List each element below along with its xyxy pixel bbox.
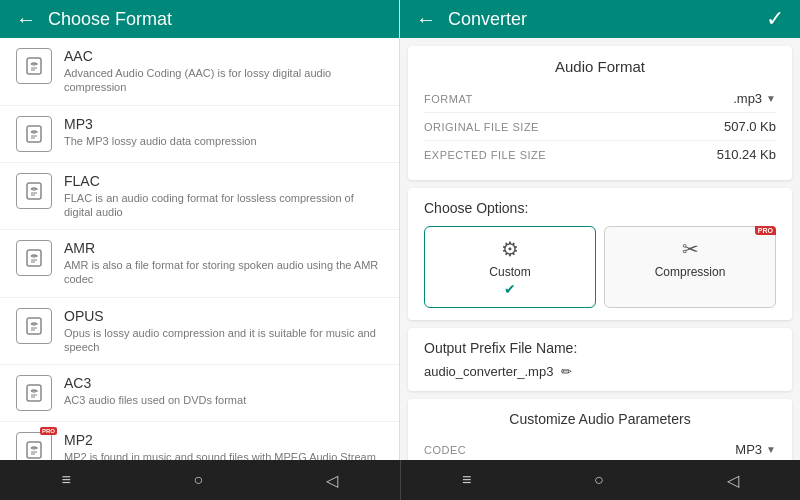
audio-format-title: Audio Format [424, 58, 776, 75]
option-label-custom: Custom [489, 265, 530, 279]
format-list: AAC Advanced Audio Coding (AAC) is for l… [0, 38, 399, 460]
output-prefix-section: Output Prefix File Name: audio_converter… [408, 328, 792, 391]
format-desc-mp3: The MP3 lossy audio data compression [64, 134, 383, 148]
format-item-mp3[interactable]: MP3 The MP3 lossy audio data compression [0, 106, 399, 163]
svg-rect-3 [27, 126, 41, 142]
svg-rect-9 [27, 250, 41, 266]
format-info-flac: FLAC FLAC is an audio coding format for … [64, 173, 383, 220]
audio-format-row-original-file-size: ORIGINAL FILE SIZE 507.0 Kb [424, 113, 776, 141]
right-header-left: ← Converter [416, 8, 527, 31]
back-icon-right[interactable]: ← [416, 8, 436, 31]
svg-rect-18 [27, 442, 41, 458]
format-icon-ac3 [16, 375, 52, 411]
option-icon-custom: ⚙ [501, 237, 519, 261]
pro-tag: PRO [755, 226, 776, 235]
format-desc-amr: AMR is also a file format for storing sp… [64, 258, 383, 287]
confirm-button[interactable]: ✓ [766, 6, 784, 32]
row-value: 510.24 Kb [717, 147, 776, 162]
output-filename-row: audio_converter_.mp3 ✏ [424, 364, 776, 379]
format-desc-opus: Opus is lossy audio compression and it i… [64, 326, 383, 355]
format-info-ac3: AC3 AC3 audio files used on DVDs format [64, 375, 383, 407]
svg-rect-6 [27, 183, 41, 199]
format-item-opus[interactable]: OPUS Opus is lossy audio compression and… [0, 298, 399, 366]
row-value: .mp3 ▼ [733, 91, 776, 106]
format-info-opus: OPUS Opus is lossy audio compression and… [64, 308, 383, 355]
format-desc-ac3: AC3 audio files used on DVDs format [64, 393, 383, 407]
right-nav-icon-1[interactable]: ○ [594, 471, 604, 489]
format-icon-aac [16, 48, 52, 84]
format-item-ac3[interactable]: AC3 AC3 audio files used on DVDs format [0, 365, 399, 422]
format-info-mp3: MP3 The MP3 lossy audio data compression [64, 116, 383, 148]
left-nav-icon-2[interactable]: ◁ [326, 471, 338, 490]
svg-rect-15 [27, 385, 41, 401]
left-nav-section: ≡○◁ [0, 460, 400, 500]
row-value: 507.0 Kb [724, 119, 776, 134]
audio-params-section: Customize Audio Parameters CODEC MP3 ▼ F… [408, 399, 792, 460]
format-icon-mp3 [16, 116, 52, 152]
option-icon-compression: ✂ [682, 237, 699, 261]
param-row-codec[interactable]: CODEC MP3 ▼ [424, 437, 776, 460]
audio-params-title: Customize Audio Parameters [424, 411, 776, 427]
format-icon-mp2: PRO [16, 432, 52, 460]
param-value: MP3 ▼ [735, 442, 776, 457]
right-nav-icon-2[interactable]: ◁ [727, 471, 739, 490]
format-info-amr: AMR AMR is also a file format for storin… [64, 240, 383, 287]
format-name-mp3: MP3 [64, 116, 383, 132]
format-item-aac[interactable]: AAC Advanced Audio Coding (AAC) is for l… [0, 38, 399, 106]
row-label: ORIGINAL FILE SIZE [424, 121, 539, 133]
back-icon-left[interactable]: ← [16, 8, 36, 31]
row-label: FORMAT [424, 93, 473, 105]
param-label: CODEC [424, 444, 466, 456]
svg-rect-0 [27, 58, 41, 74]
right-header: ← Converter ✓ [400, 0, 800, 38]
output-filename-text: audio_converter_.mp3 [424, 364, 553, 379]
left-panel-title: Choose Format [48, 9, 172, 30]
format-desc-flac: FLAC is an audio coding format for lossl… [64, 191, 383, 220]
dropdown-arrow: ▼ [766, 93, 776, 104]
format-name-aac: AAC [64, 48, 383, 64]
audio-format-row-format[interactable]: FORMAT .mp3 ▼ [424, 85, 776, 113]
pro-badge: PRO [40, 427, 57, 435]
left-panel: ← Choose Format AAC Advanced Audio Codin… [0, 0, 400, 460]
output-prefix-title: Output Prefix File Name: [424, 340, 776, 356]
choose-options-section: Choose Options: ⚙ Custom ✔ PRO ✂ Compres… [408, 188, 792, 320]
format-icon-amr [16, 240, 52, 276]
left-nav-icon-1[interactable]: ○ [194, 471, 204, 489]
right-panel-title: Converter [448, 9, 527, 30]
left-nav-icon-0[interactable]: ≡ [61, 471, 70, 489]
options-title: Choose Options: [424, 200, 776, 216]
audio-format-row-expected-file-size: EXPECTED FILE SIZE 510.24 Kb [424, 141, 776, 168]
right-nav-section: ≡○◁ [400, 460, 801, 500]
format-icon-opus [16, 308, 52, 344]
svg-rect-12 [27, 318, 41, 334]
format-desc-mp2: MP2 is found in music and sound files wi… [64, 450, 383, 460]
row-label: EXPECTED FILE SIZE [424, 149, 546, 161]
format-icon-flac [16, 173, 52, 209]
dropdown-arrow: ▼ [766, 444, 776, 455]
format-name-opus: OPUS [64, 308, 383, 324]
option-btn-custom[interactable]: ⚙ Custom ✔ [424, 226, 596, 308]
format-desc-aac: Advanced Audio Coding (AAC) is for lossy… [64, 66, 383, 95]
audio-format-card: Audio Format FORMAT .mp3 ▼ ORIGINAL FILE… [408, 46, 792, 180]
format-name-mp2: MP2 [64, 432, 383, 448]
format-info-aac: AAC Advanced Audio Coding (AAC) is for l… [64, 48, 383, 95]
format-name-flac: FLAC [64, 173, 383, 189]
edit-filename-button[interactable]: ✏ [561, 364, 572, 379]
format-info-mp2: MP2 MP2 is found in music and sound file… [64, 432, 383, 460]
left-header: ← Choose Format [0, 0, 399, 38]
selected-checkmark: ✔ [504, 281, 516, 297]
format-item-flac[interactable]: FLAC FLAC is an audio coding format for … [0, 163, 399, 231]
right-content: Audio Format FORMAT .mp3 ▼ ORIGINAL FILE… [400, 38, 800, 460]
format-name-ac3: AC3 [64, 375, 383, 391]
format-item-mp2[interactable]: PRO MP2 MP2 is found in music and sound … [0, 422, 399, 460]
format-name-amr: AMR [64, 240, 383, 256]
format-item-amr[interactable]: AMR AMR is also a file format for storin… [0, 230, 399, 298]
bottom-nav: ≡○◁ ≡○◁ [0, 460, 800, 500]
right-nav-icon-0[interactable]: ≡ [462, 471, 471, 489]
option-btn-compression[interactable]: PRO ✂ Compression [604, 226, 776, 308]
option-label-compression: Compression [655, 265, 726, 279]
right-panel: ← Converter ✓ Audio Format FORMAT .mp3 ▼… [400, 0, 800, 460]
